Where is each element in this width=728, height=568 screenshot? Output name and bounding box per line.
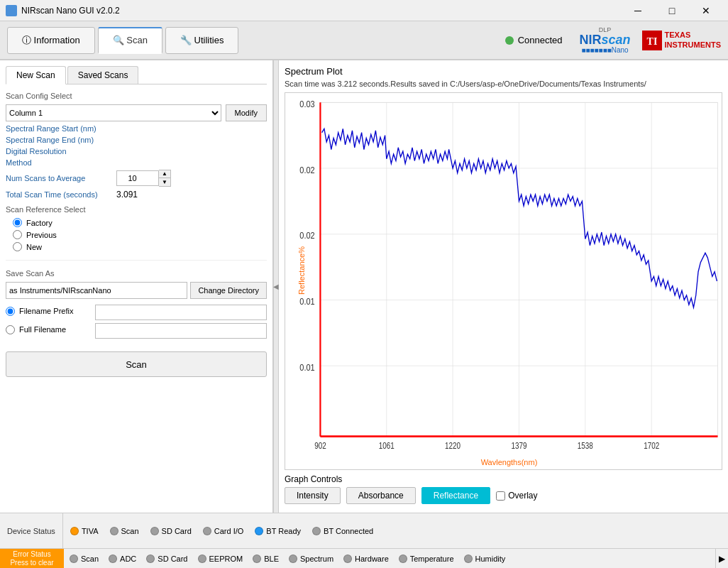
utilities-nav-button[interactable]: 🔧 Utilities [165,27,239,54]
status-btready: BT Ready [255,527,301,535]
chart-svg: 0.03 0.02 0.02 0.01 0.01 902 1061 1220 1… [285,93,722,469]
ti-logo-icon: TI [642,31,662,50]
error-ble-led [253,555,261,563]
absorbance-button[interactable]: Absorbance [346,487,416,504]
chart-container: Reflectance% [285,92,722,470]
ti-logo-text: TEXASINSTRUMENTS [665,31,721,49]
full-filename-row: Full Filename [6,323,267,339]
error-scan-label: Scan [81,555,99,563]
panel-divider[interactable]: ◀ [273,60,279,513]
scan-config-label: Scan Config Select [6,92,267,100]
ref-previous-radio[interactable] [13,230,22,239]
status-scan: Scan [110,527,139,535]
directory-input[interactable]: as Instruments/NIRscanNano [6,282,187,299]
btready-label: BT Ready [266,527,301,535]
directory-row: as Instruments/NIRscanNano Change Direct… [6,282,267,299]
overlay-checkbox[interactable] [496,491,505,501]
filename-prefix-radio[interactable] [6,307,15,316]
change-directory-button[interactable]: Change Directory [190,282,267,299]
error-eeprom-label: EEPROM [209,555,243,563]
status-cardio: Card I/O [203,527,244,535]
spectral-end-label: Spectral Range End (nm) [6,136,112,144]
num-scans-down[interactable]: ▼ [159,178,170,186]
num-scans-input[interactable]: 10 [116,170,159,186]
left-panel: New Scan Saved Scans Scan Config Select … [0,60,273,513]
svg-text:1379: 1379 [511,441,526,450]
error-temperature: Temperature [399,555,454,563]
filename-prefix-item[interactable]: Filename Prefix [6,307,91,316]
divider-arrow: ◀ [273,283,279,290]
nirscan-text: NIRscan [580,33,631,46]
app-title: NIRscan Nano GUI v2.0.2 [21,6,120,16]
scan-config-select[interactable]: Column 1 [6,104,221,121]
ref-new-label: New [26,243,42,251]
btconnected-led [312,527,321,535]
ref-previous-label: Previous [26,231,57,239]
reflectance-button[interactable]: Reflectance [421,487,490,504]
num-scans-spinbox: 10 ▲ ▼ [116,170,171,187]
total-scan-value: 3.091 [116,190,138,200]
full-filename-input[interactable] [95,323,267,339]
total-scan-row: Total Scan Time (seconds) 3.091 [6,190,267,200]
error-adc-led [109,555,117,563]
spectral-start-row: Spectral Range Start (nm) [6,124,267,133]
btconnected-label: BT Connected [324,527,373,535]
minimize-button[interactable]: ─ [622,0,654,21]
total-scan-label: Total Scan Time (seconds) [6,190,112,199]
tab-saved-scans[interactable]: Saved Scans [67,66,139,84]
ref-new-radio[interactable] [13,242,22,251]
cardio-label: Card I/O [214,527,244,535]
status-tiva: TIVA [70,527,99,535]
spectrum-title: Spectrum Plot [285,66,722,77]
error-spectrum-label: Spectrum [300,555,333,563]
scan-ref-label: Scan Reference Select [6,205,267,214]
ref-factory-item[interactable]: Factory [13,218,267,227]
error-sdcard-label: SD Card [158,555,187,563]
error-eeprom-led [198,555,206,563]
error-humidity: Humidity [464,555,506,563]
full-filename-label: Full Filename [19,325,66,334]
error-status-label: Error Status [13,550,50,559]
ref-factory-radio[interactable] [13,218,22,227]
modify-button[interactable]: Modify [226,104,267,121]
scroll-right-button[interactable]: ▶ [715,549,728,569]
scan-nav-button[interactable]: 🔍 Scan [98,27,162,54]
btready-led [255,527,263,535]
error-humidity-label: Humidity [475,555,506,563]
error-status-button[interactable]: Error Status Press to clear [0,549,64,568]
error-eeprom: EEPROM [198,555,243,563]
tab-new-scan[interactable]: New Scan [6,66,66,84]
error-hardware: Hardware [343,555,389,563]
intensity-button[interactable]: Intensity [285,487,341,504]
information-nav-button[interactable]: ⓘ Information [7,27,95,54]
ref-factory-label: Factory [26,219,53,227]
spectral-end-row: Spectral Range End (nm) [6,136,267,144]
error-spectrum: Spectrum [289,555,333,563]
maximize-button[interactable]: □ [656,0,688,21]
tiva-led [70,527,79,535]
close-button[interactable]: ✕ [690,0,722,21]
chart-controls: Graph Controls Intensity Absorbance Refl… [285,470,722,507]
main-content: New Scan Saved Scans Scan Config Select … [0,60,728,513]
error-temp-led [399,555,407,563]
ref-previous-item[interactable]: Previous [13,230,267,239]
num-scans-up[interactable]: ▲ [159,170,170,178]
error-temp-label: Temperature [410,555,454,563]
digital-res-row: Digital Resolution [6,147,267,155]
error-items: Scan ADC SD Card EEPROM BLE Spectrum Har… [64,555,715,563]
scan-button[interactable]: Scan [6,351,267,377]
error-sdcard-led [146,555,155,563]
method-label: Method [6,158,112,167]
logo-area: DLP NIRscan ■■■■■■■Nano TI TEXASINSTRUME… [580,26,721,54]
sdcard-led [150,527,159,535]
full-filename-item[interactable]: Full Filename [6,325,91,334]
overlay-check: Overlay [496,491,537,501]
connection-status: Connected [505,35,563,45]
filename-prefix-input[interactable] [95,305,267,320]
error-hardware-led [343,555,352,563]
device-status-label: Device Status [0,513,63,548]
full-filename-radio[interactable] [6,325,15,334]
device-status-bar: Device Status TIVA Scan SD Card Card I/O… [0,513,728,548]
ref-new-item[interactable]: New [13,242,267,251]
error-adc: ADC [109,555,136,563]
